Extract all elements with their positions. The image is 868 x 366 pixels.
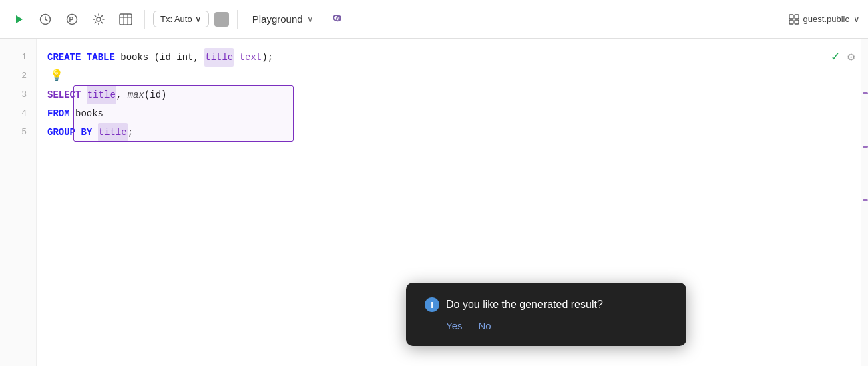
playground-label: Playground [252, 13, 303, 25]
info-icon: i [425, 297, 439, 312]
marker-2 [863, 146, 868, 148]
line-num-1: 1 [0, 48, 36, 67]
scrollbar-markers [861, 39, 868, 366]
history-button[interactable] [35, 9, 56, 30]
playground-chevron: ∨ [307, 14, 314, 24]
line-numbers: 1 2 3 4 5 [0, 39, 37, 366]
svg-rect-9 [789, 15, 793, 19]
lightbulb-icon[interactable]: 💡 [50, 67, 63, 85]
code-line-3: SELECT title , max (id) [47, 85, 857, 104]
kw-text: text [240, 48, 262, 67]
schema-icon [789, 14, 799, 25]
marker-3 [863, 199, 868, 201]
toast-actions: Yes No [425, 320, 668, 331]
line-num-2: 2 [0, 67, 36, 85]
svg-rect-12 [795, 20, 799, 24]
kw-from: FROM [47, 104, 70, 123]
divider-2 [237, 10, 238, 29]
kw-title-3: title [98, 123, 128, 142]
divider-1 [144, 10, 145, 29]
code-line-2: 💡 [47, 67, 857, 85]
code-line-5: GROUP BY title ; [47, 123, 857, 142]
toast-header: i Do you like the generated result? [425, 297, 668, 312]
fn-max: max [128, 85, 144, 104]
settings-button[interactable] [88, 9, 110, 30]
marker-1 [863, 92, 868, 94]
kw-group: GROUP [47, 123, 75, 142]
editor-actions: ✓ ⚙ [831, 48, 855, 67]
run-button[interactable] [8, 9, 29, 30]
editor-container: 1 2 3 4 5 CREATE TABLE books (id int, ti… [0, 39, 868, 366]
code-line-4: FROM books [47, 104, 857, 123]
editor-gear-icon[interactable]: ⚙ [847, 48, 855, 67]
svg-rect-10 [795, 15, 799, 19]
spiral-button[interactable] [326, 9, 347, 30]
kw-title-1: title [204, 48, 234, 67]
schema-label: guest.public [803, 14, 849, 24]
kw-select: SELECT [47, 85, 81, 104]
svg-rect-5 [120, 14, 132, 25]
line-num-3: 3 [0, 85, 36, 104]
no-button[interactable]: No [478, 320, 491, 331]
kw-by: BY [81, 123, 92, 142]
playground-dropdown[interactable]: Playground ∨ [246, 11, 320, 27]
kw-table: TABLE [87, 48, 115, 67]
toolbar: P Tx: Auto ∨ Playground ∨ [0, 0, 868, 39]
tx-label: Tx: Auto [160, 14, 192, 24]
tx-dropdown[interactable]: Tx: Auto ∨ [153, 11, 209, 27]
toast-question: Do you like the generated result? [446, 299, 603, 311]
kw-title-2: title [87, 85, 116, 104]
svg-point-4 [97, 17, 101, 21]
yes-button[interactable]: Yes [446, 320, 462, 331]
table-button[interactable] [115, 9, 136, 30]
svg-rect-11 [789, 20, 793, 24]
schema-selector[interactable]: guest.public ∨ [789, 14, 860, 25]
toast-popup: i Do you like the generated result? Yes … [406, 283, 686, 346]
line-num-5: 5 [0, 123, 36, 142]
line-num-4: 4 [0, 104, 36, 123]
kw-create: CREATE [47, 48, 81, 67]
tx-chevron: ∨ [195, 14, 202, 24]
check-icon[interactable]: ✓ [831, 48, 839, 67]
svg-text:P: P [69, 16, 74, 23]
stop-button[interactable] [214, 12, 229, 27]
svg-marker-0 [16, 15, 23, 23]
record-button[interactable]: P [61, 9, 83, 30]
code-line-1: CREATE TABLE books (id int, title text )… [47, 48, 857, 67]
schema-chevron: ∨ [853, 14, 860, 24]
